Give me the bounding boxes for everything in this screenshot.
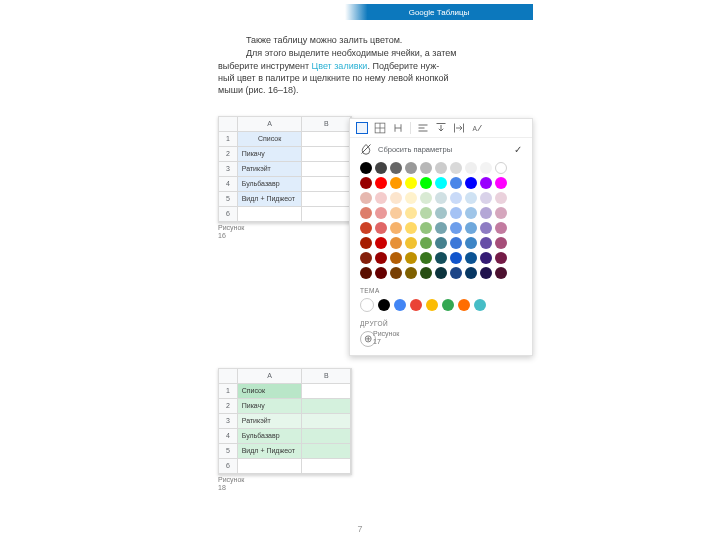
color-swatch[interactable] (435, 177, 447, 189)
cell-a6 (237, 458, 302, 473)
color-swatch[interactable] (435, 222, 447, 234)
theme-color-swatch[interactable] (410, 299, 422, 311)
color-swatch[interactable] (390, 237, 402, 249)
theme-color-swatch[interactable] (378, 299, 390, 311)
color-swatch[interactable] (420, 267, 432, 279)
color-swatch[interactable] (465, 192, 477, 204)
color-swatch[interactable] (405, 267, 417, 279)
color-swatch[interactable] (390, 177, 402, 189)
color-swatch[interactable] (480, 222, 492, 234)
cell-b2 (302, 398, 351, 413)
color-swatch[interactable] (450, 222, 462, 234)
color-swatch[interactable] (375, 222, 387, 234)
color-swatch[interactable] (465, 267, 477, 279)
color-swatch[interactable] (435, 237, 447, 249)
color-swatch[interactable] (405, 237, 417, 249)
color-swatch[interactable] (465, 177, 477, 189)
theme-color-swatch[interactable] (442, 299, 454, 311)
color-swatch[interactable] (450, 192, 462, 204)
color-swatch[interactable] (405, 192, 417, 204)
color-swatch[interactable] (390, 192, 402, 204)
color-swatch[interactable] (435, 252, 447, 264)
color-swatch[interactable] (465, 237, 477, 249)
color-swatch[interactable] (375, 252, 387, 264)
color-swatch[interactable] (450, 252, 462, 264)
color-swatch[interactable] (360, 192, 372, 204)
color-swatch[interactable] (480, 177, 492, 189)
color-swatch[interactable] (480, 252, 492, 264)
color-swatch[interactable] (435, 207, 447, 219)
color-swatch[interactable] (450, 267, 462, 279)
color-swatch[interactable] (420, 237, 432, 249)
color-swatch[interactable] (420, 252, 432, 264)
color-swatch[interactable] (465, 207, 477, 219)
color-swatch[interactable] (495, 192, 507, 204)
theme-color-swatch[interactable] (474, 299, 486, 311)
color-swatch[interactable] (360, 252, 372, 264)
color-swatch[interactable] (465, 252, 477, 264)
color-swatch[interactable] (390, 162, 402, 174)
reset-row[interactable]: Сбросить параметры ✓ (350, 138, 532, 158)
color-swatch[interactable] (360, 237, 372, 249)
color-swatch[interactable] (420, 207, 432, 219)
color-swatch[interactable] (450, 162, 462, 174)
wrap-icon[interactable] (453, 122, 465, 134)
color-swatch[interactable] (480, 162, 492, 174)
color-swatch[interactable] (390, 267, 402, 279)
color-swatch[interactable] (375, 162, 387, 174)
color-swatch[interactable] (375, 177, 387, 189)
color-swatch[interactable] (375, 267, 387, 279)
color-swatch[interactable] (480, 192, 492, 204)
color-swatch[interactable] (405, 162, 417, 174)
color-swatch[interactable] (420, 192, 432, 204)
merge-icon[interactable] (392, 122, 404, 134)
color-swatch[interactable] (495, 222, 507, 234)
color-swatch[interactable] (420, 177, 432, 189)
color-swatch[interactable] (495, 207, 507, 219)
borders-icon[interactable] (374, 122, 386, 134)
color-swatch[interactable] (405, 252, 417, 264)
halign-icon[interactable] (417, 122, 429, 134)
color-swatch[interactable] (375, 192, 387, 204)
color-swatch[interactable] (495, 267, 507, 279)
rotate-icon[interactable]: A (471, 122, 483, 134)
color-swatch[interactable] (480, 207, 492, 219)
color-swatch[interactable] (450, 237, 462, 249)
color-swatch[interactable] (390, 222, 402, 234)
color-swatch[interactable] (360, 162, 372, 174)
color-swatch[interactable] (405, 207, 417, 219)
color-swatch[interactable] (435, 192, 447, 204)
color-swatch[interactable] (375, 237, 387, 249)
color-swatch[interactable] (420, 222, 432, 234)
color-swatch[interactable] (375, 207, 387, 219)
color-swatch[interactable] (480, 237, 492, 249)
color-swatch[interactable] (360, 222, 372, 234)
color-swatch[interactable] (360, 207, 372, 219)
color-swatch[interactable] (405, 222, 417, 234)
cell-a2: Пикачу (237, 398, 302, 413)
theme-color-swatch[interactable] (360, 298, 374, 312)
color-swatch[interactable] (465, 162, 477, 174)
color-swatch[interactable] (495, 162, 507, 174)
color-swatch[interactable] (435, 162, 447, 174)
color-swatch[interactable] (495, 237, 507, 249)
theme-color-swatch[interactable] (394, 299, 406, 311)
theme-color-swatch[interactable] (426, 299, 438, 311)
fill-color-icon[interactable] (356, 122, 368, 134)
color-swatch[interactable] (390, 207, 402, 219)
check-icon: ✓ (514, 144, 522, 155)
color-swatch[interactable] (465, 222, 477, 234)
theme-color-swatch[interactable] (458, 299, 470, 311)
color-swatch[interactable] (450, 207, 462, 219)
color-swatch[interactable] (480, 267, 492, 279)
color-swatch[interactable] (420, 162, 432, 174)
valign-icon[interactable] (435, 122, 447, 134)
color-swatch[interactable] (360, 267, 372, 279)
color-swatch[interactable] (495, 252, 507, 264)
color-swatch[interactable] (435, 267, 447, 279)
color-swatch[interactable] (390, 252, 402, 264)
color-swatch[interactable] (495, 177, 507, 189)
color-swatch[interactable] (405, 177, 417, 189)
color-swatch[interactable] (360, 177, 372, 189)
color-swatch[interactable] (450, 177, 462, 189)
